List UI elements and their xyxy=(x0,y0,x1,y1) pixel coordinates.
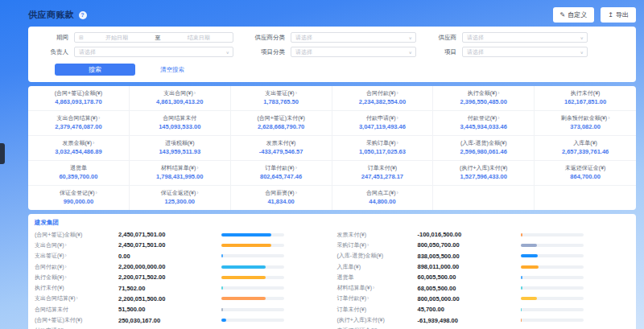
owner-select[interactable]: 请选择 ∨ xyxy=(74,47,233,57)
stat-cell[interactable]: 支出合同(¥)› 4,861,309,413.20 xyxy=(130,86,231,111)
stat-cell[interactable]: (合同+签证)金额(¥) 4,863,093,178.70 xyxy=(28,86,130,111)
table-row[interactable]: 合同付款(¥)› 2,200,000,000.00 xyxy=(28,261,332,272)
search-button[interactable]: 搜索 xyxy=(55,64,135,76)
stat-cell[interactable]: 执行未付(¥) 162,167,851.00 xyxy=(535,86,636,111)
table-row[interactable]: (合同+签证)未付(¥) 250,030,167.00 xyxy=(28,315,332,325)
table-row[interactable]: 支出合同结算(¥)› 2,200,051,500.00 xyxy=(28,294,332,304)
table-row[interactable]: 发票未付(¥) -100,016,500.00 xyxy=(332,229,637,240)
table-row[interactable]: (执行+入库)未付(¥) -61,939,498.00 xyxy=(332,315,637,325)
row-value: -61,939,498.00 xyxy=(418,317,521,324)
stat-cell[interactable]: 发票未付(¥) -433,479,546.57 xyxy=(231,136,332,161)
chevron-right-icon: › xyxy=(93,140,94,146)
chevron-right-icon: › xyxy=(295,165,297,171)
row-bar-track xyxy=(521,308,584,311)
stat-label: 退货单 xyxy=(30,164,127,172)
stat-cell[interactable]: 退货单 60,359,700.00 xyxy=(28,161,130,186)
export-button[interactable]: ↥ 导出 xyxy=(601,7,636,23)
project-select[interactable]: 请选择 ∨ xyxy=(462,47,588,57)
table-row[interactable]: 付款申请(¥)› 3,000,001,000.00 xyxy=(28,326,332,329)
row-value: 800,005,000.00 xyxy=(418,295,521,302)
row-label: 支出合同结算(¥)› xyxy=(35,294,118,302)
table-row[interactable]: (入库-退货)金额(¥) 838,005,500.00 xyxy=(332,251,637,261)
chevron-right-icon: › xyxy=(65,264,67,269)
project-category-label: 项目分类 xyxy=(248,48,285,56)
table-row[interactable]: (合同+签证)金额(¥) 2,450,071,501.00 xyxy=(28,229,332,240)
stat-cell[interactable]: 材料结算单(¥)› 1,798,431,995.00 xyxy=(130,161,231,186)
stat-label: 保证金登记(¥)› xyxy=(30,189,127,197)
stat-cell[interactable]: 合同付款(¥)› 2,234,382,554.00 xyxy=(332,86,434,111)
supplier-category-select[interactable]: 请选择 ∨ xyxy=(291,32,416,43)
stat-cell[interactable]: 合同结算未付 145,093,533.00 xyxy=(130,111,231,136)
table-row[interactable]: 支出签证(¥)› 0.00 xyxy=(28,251,332,261)
row-bar-track xyxy=(221,297,284,300)
stat-cell[interactable]: (入库-退货)金额(¥) 2,596,980,061.46 xyxy=(433,136,535,161)
row-bar-track xyxy=(221,308,284,311)
customize-button[interactable]: ✎ 自定义 xyxy=(553,7,595,23)
stat-cell[interactable]: 未返还保证金(¥) 864,700.00 xyxy=(535,161,636,186)
stat-value: 41,834.00 xyxy=(233,197,330,206)
table-row[interactable]: 退货单 60,005,500.00 xyxy=(332,272,637,282)
row-value: 800,050,700.00 xyxy=(418,241,521,249)
stat-cell[interactable]: 执行金额(¥)› 2,396,550,485.00 xyxy=(433,86,535,111)
table-row[interactable]: 入库单(¥) 898,011,000.00 xyxy=(332,261,637,272)
chevron-right-icon: › xyxy=(397,190,398,195)
stat-cell[interactable]: 支出合同结算(¥)› 2,379,476,087.00 xyxy=(28,111,130,136)
help-icon[interactable]: ? xyxy=(79,11,87,19)
stat-label: 发票金额(¥)› xyxy=(30,139,127,147)
table-row[interactable]: 订单付款(¥)› 800,005,000.00 xyxy=(332,294,637,304)
stat-cell[interactable]: 剩余预付款金额(¥)› 373,082.00 xyxy=(535,111,636,136)
stat-cell[interactable]: 付款申请(¥)› 3,047,119,493.46 xyxy=(332,111,434,136)
stat-cell[interactable]: (执行+入库)未付(¥) 1,527,596,433.00 xyxy=(433,161,535,186)
table-row[interactable]: 采购订单(¥)› 800,050,700.00 xyxy=(332,240,637,250)
chevron-down-icon: ∨ xyxy=(580,50,584,55)
table-row[interactable]: 执行金额(¥)› 2,200,071,502.00 xyxy=(28,272,332,282)
stat-value: 3,445,934,033.46 xyxy=(435,122,532,131)
table-row[interactable]: 材料结算单(¥)› 68,005,500.00 xyxy=(332,282,637,293)
row-label: 执行金额(¥)› xyxy=(35,273,118,282)
row-bar xyxy=(521,244,537,247)
group-name-link[interactable]: 建发集团 xyxy=(28,217,636,229)
stat-cell[interactable]: 合同点工(¥)› 44,800.00 xyxy=(332,186,434,210)
stat-cell[interactable]: 保证金返还(¥)› 125,300.00 xyxy=(130,186,231,210)
row-bar-track xyxy=(521,276,584,279)
row-bar-track xyxy=(221,244,284,247)
stat-cell[interactable]: 支出签证(¥)› 1,783,765.50 xyxy=(231,86,332,111)
table-row[interactable]: 执行未付(¥) 71,502.00 xyxy=(28,282,332,293)
stats-grid: (合同+签证)金额(¥) 4,863,093,178.70 支出合同(¥)› 4… xyxy=(28,86,636,210)
stat-cell[interactable]: 进项税额(¥) 143,959,511.93 xyxy=(130,136,231,161)
table-row[interactable]: 订单未付(¥) 45,700.00 xyxy=(332,304,637,315)
stat-value: 247,451,278.17 xyxy=(334,172,431,181)
sidebar-collapse-handle[interactable] xyxy=(0,143,5,164)
row-label: 执行未付(¥) xyxy=(35,284,118,292)
row-bar-track xyxy=(221,265,284,269)
table-row[interactable]: 支出合同(¥)› 2,450,071,501.00 xyxy=(28,240,332,250)
row-bar xyxy=(221,244,271,247)
stat-cell[interactable]: (合同+签证)未付(¥) 2,628,668,790.70 xyxy=(231,111,332,136)
stat-label: 入库单(¥) xyxy=(536,139,634,147)
clear-search-link[interactable]: 清空搜索 xyxy=(160,66,184,74)
row-label: 合同结算未付 xyxy=(35,306,118,314)
stat-value: -433,479,546.57 xyxy=(233,147,330,156)
row-label: 支出签证(¥)› xyxy=(35,252,118,260)
stat-value: 145,093,533.00 xyxy=(131,122,229,131)
stat-cell[interactable]: 入库单(¥) 2,657,339,761.46 xyxy=(535,136,636,161)
stat-cell[interactable]: 订单未付(¥) 247,451,278.17 xyxy=(332,161,434,186)
stat-cell[interactable]: 合同薪资(¥)› 41,834.00 xyxy=(231,186,332,210)
table-row[interactable]: 合同结算未付 51,500.00 xyxy=(28,304,332,315)
stat-value: 2,657,339,761.46 xyxy=(536,147,634,156)
supplier-select[interactable]: 请选择 ∨ xyxy=(462,32,588,43)
stat-cell[interactable]: 付款登记(¥)› 3,445,934,033.46 xyxy=(433,111,535,136)
table-row[interactable]: 未返还保证金(¥) 0.00 xyxy=(332,326,637,329)
stat-cell[interactable]: 采购订单(¥)› 1,050,117,025.63 xyxy=(332,136,434,161)
stat-value: 1,050,117,025.63 xyxy=(334,147,431,156)
row-bar-track xyxy=(521,254,584,257)
chevron-right-icon: › xyxy=(373,285,374,290)
stat-cell[interactable]: 保证金登记(¥)› 990,000.00 xyxy=(28,186,130,210)
chevron-down-icon: ∨ xyxy=(580,35,584,40)
project-category-select[interactable]: 请选择 ∨ xyxy=(291,47,416,57)
row-bar-track xyxy=(521,233,584,236)
stat-cell[interactable]: 订单付款(¥)› 802,645,747.46 xyxy=(231,161,332,186)
stat-cell[interactable]: 发票金额(¥)› 3,032,454,486.89 xyxy=(28,136,130,161)
date-range-input[interactable]: ⊞ 开始日期 至 结束日期 xyxy=(74,32,233,43)
row-value: -100,016,500.00 xyxy=(418,231,521,238)
